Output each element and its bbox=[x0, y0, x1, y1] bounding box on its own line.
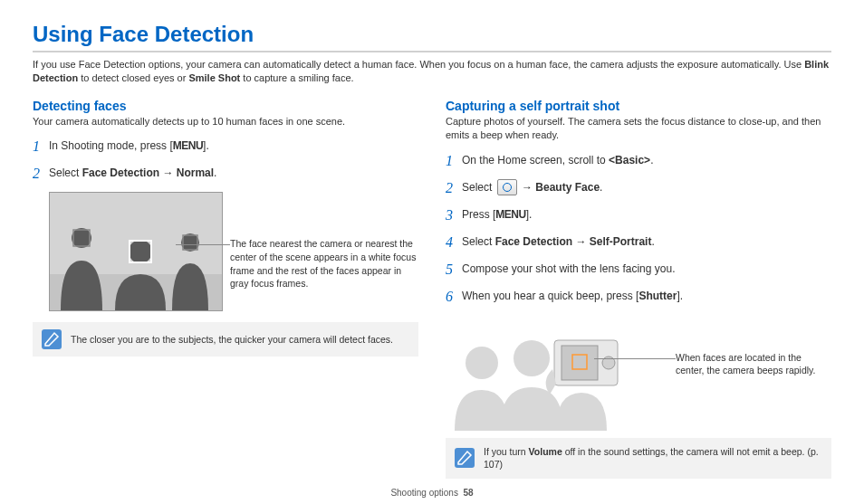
step-text: Compose your shot with the lens facing y… bbox=[462, 259, 675, 277]
step-item: 1 In Shooting mode, press [MENU]. bbox=[33, 136, 418, 157]
step-text: When you hear a quick beep, press [Shutt… bbox=[462, 286, 683, 304]
right-column: Capturing a self portrait shot Capture p… bbox=[446, 99, 831, 479]
svg-point-8 bbox=[466, 347, 498, 379]
note-icon bbox=[455, 448, 475, 468]
footer-page: 58 bbox=[463, 488, 473, 498]
note-text: The closer you are to the subjects, the … bbox=[71, 333, 393, 347]
step-text: Select Face Detection → Self-Portrait. bbox=[462, 232, 655, 250]
note-icon bbox=[42, 329, 62, 349]
section-sub: Capture photos of yourself. The camera s… bbox=[446, 115, 831, 143]
intro-text: to detect closed eyes or bbox=[78, 72, 188, 83]
intro-text: If you use Face Detection options, your … bbox=[33, 59, 804, 70]
figure-caption: The face nearest the camera or nearest t… bbox=[230, 192, 418, 290]
left-column: Detecting faces Your camera automaticall… bbox=[33, 99, 418, 479]
svg-point-2 bbox=[72, 228, 91, 248]
step-text: On the Home screen, scroll to <Basic>. bbox=[462, 150, 653, 168]
camera-icon bbox=[497, 179, 517, 195]
face-detect-illustration bbox=[49, 192, 223, 311]
step-text: In Shooting mode, press [MENU]. bbox=[49, 136, 209, 154]
step-text: Select Face Detection → Normal. bbox=[49, 163, 216, 181]
svg-point-4 bbox=[129, 240, 152, 263]
step-number: 6 bbox=[446, 286, 462, 308]
menu-label: MENU bbox=[495, 208, 525, 221]
intro-bold: Smile Shot bbox=[188, 72, 240, 83]
step-item: 1 On the Home screen, scroll to <Basic>. bbox=[446, 150, 831, 172]
figure-caption: When faces are located in the center, th… bbox=[676, 313, 831, 377]
svg-point-6 bbox=[181, 233, 199, 252]
page-title: Using Face Detection bbox=[33, 22, 831, 52]
step-text: Select → Beauty Face. bbox=[462, 177, 602, 196]
svg-point-9 bbox=[514, 340, 550, 376]
note-box: The closer you are to the subjects, the … bbox=[33, 322, 418, 357]
step-item: 5 Compose your shot with the lens facing… bbox=[446, 259, 831, 281]
intro-text: to capture a smiling face. bbox=[240, 72, 353, 83]
step-number: 1 bbox=[33, 136, 49, 157]
step-number: 1 bbox=[446, 150, 462, 172]
section-heading: Detecting faces bbox=[33, 99, 418, 113]
step-item: 3 Press [MENU]. bbox=[446, 204, 831, 226]
step-number: 3 bbox=[446, 204, 462, 226]
step-number: 5 bbox=[446, 259, 462, 281]
menu-label: MENU bbox=[173, 139, 203, 152]
svg-rect-12 bbox=[562, 346, 598, 380]
section-heading: Capturing a self portrait shot bbox=[446, 99, 831, 113]
page-footer: Shooting options 58 bbox=[33, 488, 831, 498]
step-text: Press [MENU]. bbox=[462, 204, 532, 223]
step-number: 4 bbox=[446, 232, 462, 253]
section-sub: Your camera automatically detects up to … bbox=[33, 115, 418, 128]
footer-label: Shooting options bbox=[390, 488, 458, 498]
step-number: 2 bbox=[33, 163, 49, 185]
note-text: If you turn Volume off in the sound sett… bbox=[484, 445, 822, 471]
note-box: If you turn Volume off in the sound sett… bbox=[446, 438, 831, 479]
intro-paragraph: If you use Face Detection options, your … bbox=[33, 58, 831, 86]
selfie-illustration bbox=[446, 313, 672, 431]
step-item: 6 When you hear a quick beep, press [Shu… bbox=[446, 286, 831, 308]
step-item: 4 Select Face Detection → Self-Portrait. bbox=[446, 232, 831, 253]
step-item: 2 Select → Beauty Face. bbox=[446, 177, 831, 199]
step-number: 2 bbox=[446, 177, 462, 199]
step-item: 2 Select Face Detection → Normal. bbox=[33, 163, 418, 185]
